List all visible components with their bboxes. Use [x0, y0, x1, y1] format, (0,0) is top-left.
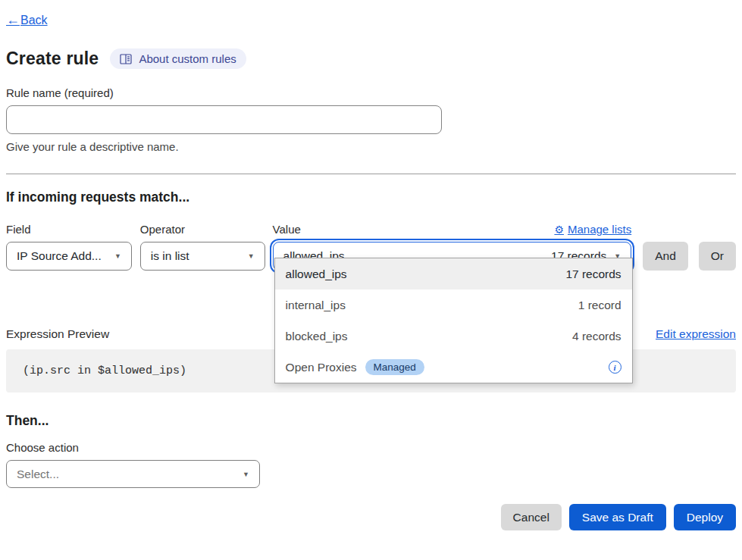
gear-icon: ⚙: [554, 224, 564, 236]
operator-select-value: is in list: [151, 249, 189, 263]
match-section-heading: If incoming requests match...: [6, 189, 736, 205]
then-section-heading: Then...: [6, 413, 736, 429]
list-option-records: 4 records: [572, 330, 621, 343]
list-option-name: blocked_ips: [286, 330, 348, 343]
book-icon: [120, 54, 132, 64]
back-link[interactable]: ←Back: [6, 12, 48, 28]
rule-name-helper: Give your rule a descriptive name.: [6, 140, 736, 153]
field-select-value: IP Source Add...: [17, 249, 102, 263]
field-label: Field: [6, 223, 31, 236]
list-option-allowed-ips[interactable]: allowed_ips 17 records: [275, 258, 632, 289]
and-button[interactable]: And: [643, 242, 688, 271]
or-button[interactable]: Or: [699, 242, 736, 271]
list-option-name: internal_ips: [286, 299, 346, 312]
about-custom-rules-link[interactable]: About custom rules: [110, 48, 246, 69]
condition-row: Field IP Source Add... ▼ Operator is in …: [6, 221, 736, 271]
chevron-down-icon: ▼: [114, 252, 121, 260]
list-option-name: Open Proxies: [286, 361, 357, 374]
chevron-down-icon: ▼: [243, 471, 249, 478]
action-select-placeholder: Select...: [17, 468, 59, 481]
action-select[interactable]: Select... ▼: [6, 460, 260, 488]
operator-select[interactable]: is in list ▼: [140, 242, 265, 271]
list-option-open-proxies[interactable]: Open Proxies Managed i: [275, 352, 632, 383]
choose-action-label: Choose action: [6, 441, 736, 454]
save-as-draft-button[interactable]: Save as Draft: [569, 504, 666, 530]
field-select[interactable]: IP Source Add... ▼: [6, 242, 132, 271]
about-custom-rules-label: About custom rules: [139, 52, 236, 65]
page-title: Create rule: [6, 48, 99, 69]
expression-preview-label: Expression Preview: [6, 327, 109, 341]
create-rule-page: ←Back Create rule About custom rules Rul…: [0, 0, 742, 530]
list-option-records: 17 records: [565, 267, 621, 281]
list-option-internal-ips[interactable]: internal_ips 1 record: [275, 289, 632, 321]
edit-expression-link[interactable]: Edit expression: [656, 327, 736, 341]
rule-name-label: Rule name (required): [6, 86, 736, 99]
manage-lists-label: Manage lists: [568, 223, 631, 236]
section-divider: [6, 174, 736, 174]
list-option-name: allowed_ips: [286, 267, 347, 281]
manage-lists-link[interactable]: ⚙Manage lists: [554, 223, 631, 236]
cancel-button[interactable]: Cancel: [501, 504, 562, 530]
back-link-label: Back: [20, 14, 48, 27]
info-icon[interactable]: i: [609, 361, 621, 374]
deploy-button[interactable]: Deploy: [674, 504, 736, 530]
list-option-records: 1 record: [578, 299, 621, 312]
value-label: Value: [273, 223, 301, 236]
value-dropdown-menu: allowed_ips 17 records internal_ips 1 re…: [274, 258, 633, 383]
managed-badge: Managed: [365, 359, 424, 375]
back-arrow-icon: ←: [6, 12, 20, 28]
rule-name-input[interactable]: [6, 105, 442, 134]
list-option-blocked-ips[interactable]: blocked_ips 4 records: [275, 321, 632, 352]
chevron-down-icon: ▼: [248, 252, 255, 260]
operator-label: Operator: [140, 223, 185, 236]
